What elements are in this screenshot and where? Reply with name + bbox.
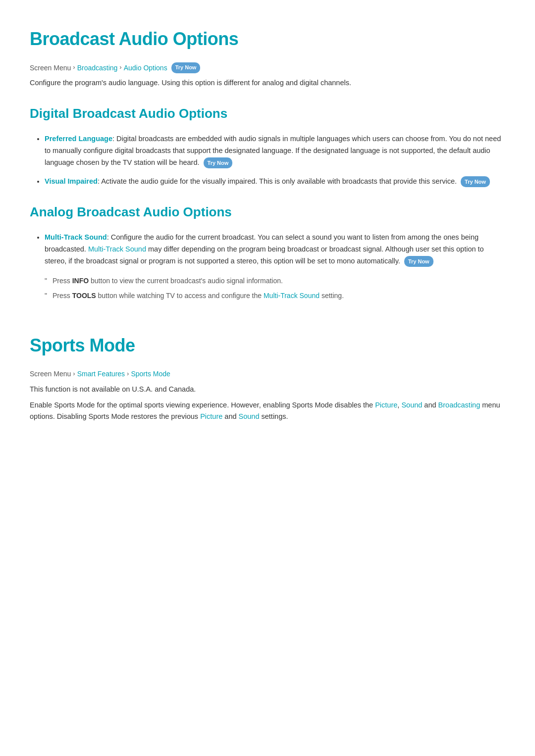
sports-desc-text-1: Enable Sports Mode for the optimal sport… [30, 401, 375, 409]
list-item-visual-impaired: Visual Impaired: Activate the audio guid… [45, 176, 505, 188]
multi-track-sound-note-link[interactable]: Multi-Track Sound [264, 292, 320, 300]
sports-mode-availability: This function is not available on U.S.A.… [30, 384, 505, 396]
note-tools-text-end: setting. [320, 292, 344, 300]
note-info-text-after: button to view the current broadcast's a… [89, 277, 283, 285]
visual-impaired-text: : Activate the audio guide for the visua… [98, 177, 457, 185]
sports-breadcrumb-sep-1: › [73, 369, 75, 379]
list-item-preferred-language: Preferred Language: Digital broadcasts a… [45, 133, 505, 169]
try-now-badge-visual-impaired[interactable]: Try Now [461, 176, 490, 187]
analog-note-tools: Press TOOLS button while watching TV to … [45, 290, 505, 301]
digital-items-list: Preferred Language: Digital broadcasts a… [30, 133, 505, 188]
breadcrumb: Screen Menu › Broadcasting › Audio Optio… [30, 62, 505, 73]
sports-mode-section: Sports Mode Screen Menu › Smart Features… [30, 331, 505, 423]
info-keyword: INFO [72, 277, 89, 285]
preferred-language-text: : Digital broadcasts are embedded with a… [45, 135, 501, 166]
analog-notes-list: Press INFO button to view the current br… [30, 275, 505, 302]
try-now-badge-header[interactable]: Try Now [171, 62, 201, 73]
breadcrumb-link-broadcasting[interactable]: Broadcasting [77, 62, 118, 73]
analog-section: Analog Broadcast Audio Options Multi-Tra… [30, 202, 505, 301]
broadcast-audio-section: Broadcast Audio Options Screen Menu › Br… [30, 25, 505, 302]
sports-sound-link-1[interactable]: Sound [401, 401, 422, 409]
main-content: Broadcast Audio Options Screen Menu › Br… [30, 25, 505, 423]
try-now-badge-multi-track[interactable]: Try Now [404, 256, 433, 267]
visual-impaired-link[interactable]: Visual Impaired [45, 177, 98, 185]
list-item-multi-track-sound: Multi-Track Sound: Configure the audio f… [45, 232, 505, 267]
note-info-text-before: Press [53, 277, 72, 285]
broadcast-audio-description: Configure the program's audio language. … [30, 77, 505, 89]
multi-track-sound-link[interactable]: Multi-Track Sound [45, 233, 107, 241]
sports-breadcrumb-screen-menu: Screen Menu [30, 368, 71, 379]
page-title: Broadcast Audio Options [30, 25, 505, 53]
note-tools-text-before: Press [53, 292, 72, 300]
digital-section-title: Digital Broadcast Audio Options [30, 103, 505, 124]
sports-desc-text-6: settings. [259, 412, 288, 420]
sports-breadcrumb-smart-features[interactable]: Smart Features [77, 368, 125, 379]
breadcrumb-separator-1: › [73, 62, 75, 73]
sports-mode-breadcrumb: Screen Menu › Smart Features › Sports Mo… [30, 368, 505, 379]
sports-mode-description: Enable Sports Mode for the optimal sport… [30, 400, 505, 423]
sports-breadcrumb-sep-2: › [127, 369, 129, 379]
breadcrumb-separator-2: › [119, 62, 121, 73]
preferred-language-link[interactable]: Preferred Language [45, 135, 112, 143]
breadcrumb-link-audio-options[interactable]: Audio Options [124, 62, 167, 73]
multi-track-sound-inline-link[interactable]: Multi-Track Sound [88, 245, 146, 253]
sports-broadcasting-link[interactable]: Broadcasting [438, 401, 481, 409]
analog-section-title: Analog Broadcast Audio Options [30, 202, 505, 223]
sports-desc-text-5: and [222, 412, 238, 420]
analog-note-info: Press INFO button to view the current br… [45, 275, 505, 286]
analog-items-list: Multi-Track Sound: Configure the audio f… [30, 232, 505, 267]
sports-picture-link-1[interactable]: Picture [375, 401, 397, 409]
try-now-badge-preferred-language[interactable]: Try Now [204, 157, 233, 168]
sports-mode-title: Sports Mode [30, 331, 505, 360]
digital-section: Digital Broadcast Audio Options Preferre… [30, 103, 505, 187]
tools-keyword: TOOLS [72, 292, 96, 300]
sports-sound-link-2[interactable]: Sound [239, 412, 260, 420]
sports-desc-text-3: and [422, 401, 438, 409]
note-tools-text-middle: button while watching TV to access and c… [96, 292, 264, 300]
sports-breadcrumb-sports-mode[interactable]: Sports Mode [131, 368, 170, 379]
breadcrumb-item-screen-menu: Screen Menu [30, 62, 71, 73]
sports-picture-link-2[interactable]: Picture [200, 412, 222, 420]
